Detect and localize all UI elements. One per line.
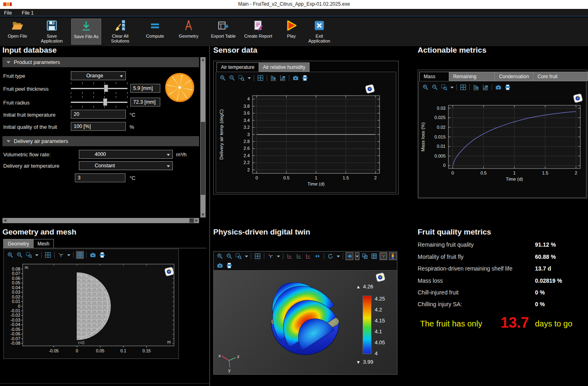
geometry-button[interactable]: Geometry	[175, 19, 202, 45]
titlebar: Main - FruiTed_v2_Citrus_App_Exp-01.02.2…	[0, 0, 588, 9]
log-x-icon[interactable]	[279, 74, 287, 82]
zoom-box-icon[interactable]	[235, 252, 242, 260]
delivery-air-temperature-value-input[interactable]: 3	[75, 173, 125, 182]
grid-icon[interactable]	[370, 252, 378, 260]
zoom-out-icon[interactable]	[431, 83, 439, 91]
compute-button[interactable]: Compute	[141, 19, 169, 45]
save-application-button[interactable]: Save Application	[36, 19, 67, 45]
zoom-out-icon[interactable]	[16, 251, 23, 259]
zoom-out-icon[interactable]	[225, 252, 233, 260]
caret-icon[interactable]	[66, 251, 71, 259]
zoom-in-icon[interactable]	[216, 252, 224, 260]
menu-file1[interactable]: File 1	[18, 9, 38, 16]
cbar-icon[interactable]	[389, 252, 397, 260]
camera-icon[interactable]	[495, 83, 502, 91]
caret-icon[interactable]	[247, 74, 251, 82]
view-xy-icon[interactable]: xy	[286, 252, 293, 260]
delivery-air-parameters-header[interactable]: Delivery air parameters	[2, 136, 199, 146]
zoom-in-icon[interactable]	[6, 251, 14, 259]
caret-icon[interactable]	[276, 252, 280, 260]
rotate-icon[interactable]	[327, 252, 334, 260]
light-icon[interactable]	[346, 252, 353, 260]
camera-icon[interactable]	[216, 262, 224, 269]
menubar: File File 1	[0, 9, 588, 17]
zoom-in-icon[interactable]	[219, 74, 227, 82]
volumetric-flow-rate-unit: m³/h	[176, 151, 187, 158]
scroll-down-icon[interactable]: ▼	[200, 212, 206, 218]
zoom-out-icon[interactable]	[228, 74, 236, 82]
grid-icon[interactable]	[76, 251, 84, 259]
caret-icon[interactable]	[355, 252, 359, 260]
export-table-button[interactable]: Export Table	[209, 19, 238, 45]
print-icon[interactable]	[504, 83, 512, 91]
scroll-up-icon[interactable]: ▲	[200, 57, 206, 62]
print-icon[interactable]	[225, 262, 233, 269]
peel-slider-handle[interactable]	[104, 85, 108, 92]
fruit-peel-thickness-value[interactable]: 5.9 [mm]	[130, 84, 160, 93]
fruit-type-dropdown[interactable]: Orange	[71, 71, 126, 80]
exit-application-button[interactable]: Exit Application	[306, 19, 333, 45]
print-icon[interactable]	[98, 251, 106, 259]
transp-icon[interactable]	[361, 252, 369, 260]
zoom-box-icon[interactable]	[238, 74, 245, 82]
play-button[interactable]: Play	[282, 19, 301, 45]
product-parameters-header[interactable]: Product parameters	[2, 57, 199, 67]
fruit-radius-value[interactable]: 72.3 [mm]	[130, 98, 160, 107]
flip-icon[interactable]	[314, 252, 321, 260]
camera-icon[interactable]	[89, 251, 97, 259]
vertical-scrollbar-thumb[interactable]	[201, 122, 205, 195]
fit-icon[interactable]	[44, 251, 52, 259]
fruit-radius-slider[interactable]	[71, 100, 127, 104]
caret-icon[interactable]	[336, 252, 340, 260]
axisbox-icon[interactable]	[380, 252, 387, 260]
vertical-scrollbar[interactable]: ▲ ▼	[200, 57, 206, 218]
save-file-as-button[interactable]: Save File As	[71, 19, 101, 45]
tab-air-relative-humidity[interactable]: Air relative humidity	[259, 62, 310, 72]
fit-icon[interactable]	[257, 74, 264, 82]
svg-text:2.8: 2.8	[244, 139, 250, 144]
tab-mass-loss[interactable]: Mass loss	[419, 72, 449, 81]
digital-twin-scene[interactable]: x y z 4.26 4.25 4.2 4.15 4.1 4.05 4 3.99	[214, 271, 397, 374]
log-y-icon[interactable]	[472, 83, 480, 91]
fit-icon[interactable]	[254, 252, 261, 260]
svg-text:2: 2	[247, 167, 250, 172]
view-yz-icon[interactable]: yz	[295, 252, 303, 260]
caret-icon[interactable]	[244, 252, 248, 260]
scroll-right-icon[interactable]: ►	[194, 218, 199, 223]
zoom-box-icon[interactable]	[440, 83, 448, 91]
metric-label: Chill-injured fruit	[418, 289, 459, 296]
triad-icon[interactable]	[57, 251, 65, 259]
log-x-icon[interactable]	[482, 83, 489, 91]
scroll-left-icon[interactable]: ◄	[2, 218, 8, 223]
initial-quality-input[interactable]: 100 [%]	[71, 122, 126, 131]
volumetric-flow-rate-dropdown[interactable]: 4000	[79, 150, 173, 159]
fruit-peel-thickness-slider[interactable]	[71, 86, 127, 90]
clear-all-solutions-button[interactable]: Clear All Solutions	[106, 19, 134, 45]
open-file-button[interactable]: Open File	[4, 19, 31, 45]
caret-icon[interactable]	[34, 251, 39, 259]
horizontal-scrollbar[interactable]: ◄ ►	[2, 218, 199, 223]
tab-air-temperature[interactable]: Air temperature	[217, 62, 259, 72]
triad-icon[interactable]	[267, 252, 274, 260]
menu-file[interactable]: File	[0, 9, 16, 16]
fit-icon[interactable]	[459, 83, 467, 91]
view-xz-icon[interactable]: xz	[304, 252, 312, 260]
toolbar-separator	[267, 75, 267, 81]
tab-core-fruit-temperature[interactable]: Core fruit temperature	[533, 72, 588, 81]
tab-condensation[interactable]: Condensation	[495, 72, 533, 81]
radius-slider-handle[interactable]	[103, 98, 107, 106]
peel-slider-ticks-bottom	[71, 92, 127, 94]
caret-icon[interactable]	[450, 83, 454, 91]
create-report-button[interactable]: Create Report	[243, 19, 274, 45]
svg-text:Delivery air temp (degC): Delivery air temp (degC)	[219, 109, 224, 160]
zoom-box-icon[interactable]	[25, 251, 33, 259]
tab-mesh[interactable]: Mesh	[34, 239, 54, 248]
print-icon[interactable]	[301, 74, 309, 82]
tab-remaining-quality[interactable]: Remaining quality	[449, 72, 495, 81]
camera-icon[interactable]	[292, 74, 299, 82]
initial-fruit-temperature-input[interactable]: 20	[71, 110, 126, 119]
tab-geometry[interactable]: Geometry	[3, 239, 34, 248]
zoom-in-icon[interactable]	[422, 83, 429, 91]
log-y-icon[interactable]	[270, 74, 277, 82]
delivery-air-temperature-dropdown[interactable]: Constant	[79, 161, 173, 170]
